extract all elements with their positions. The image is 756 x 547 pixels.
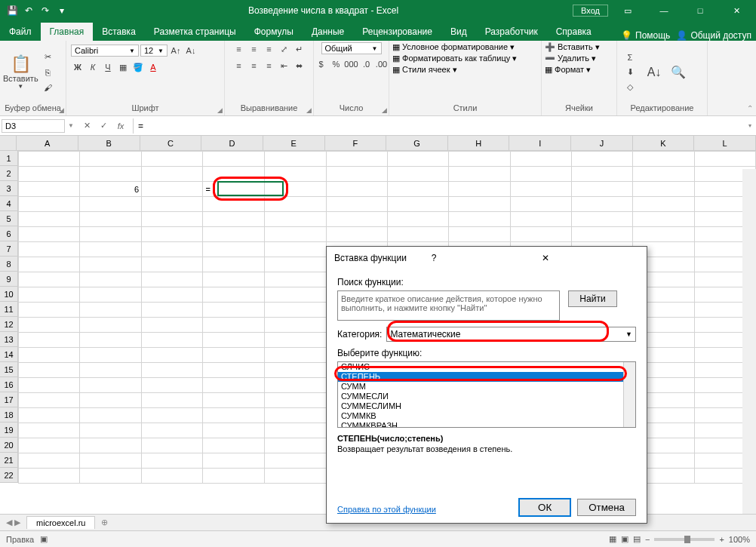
- cell[interactable]: [142, 333, 203, 348]
- zoom-slider[interactable]: [654, 538, 715, 541]
- cell[interactable]: [265, 197, 326, 212]
- cell[interactable]: [571, 212, 632, 227]
- cell[interactable]: [571, 227, 632, 242]
- view-layout-icon[interactable]: ▣: [621, 534, 628, 544]
- cell[interactable]: [203, 348, 265, 363]
- cell[interactable]: [203, 242, 265, 257]
- row-header[interactable]: 19: [0, 423, 18, 438]
- col-header[interactable]: A: [17, 136, 78, 150]
- font-color-icon[interactable]: A: [146, 60, 160, 74]
- cell[interactable]: [265, 438, 326, 453]
- cell[interactable]: [449, 197, 510, 212]
- cell[interactable]: [326, 167, 387, 182]
- row-header[interactable]: 5: [0, 211, 18, 226]
- zoom-out-icon[interactable]: −: [645, 535, 650, 544]
- cell[interactable]: [265, 393, 326, 408]
- cell[interactable]: [142, 152, 203, 167]
- cell[interactable]: [80, 423, 142, 438]
- cell[interactable]: [203, 152, 265, 167]
- cell[interactable]: [265, 318, 326, 333]
- find-button[interactable]: Найти: [568, 290, 616, 307]
- cell[interactable]: [388, 167, 449, 182]
- cell[interactable]: [203, 257, 265, 272]
- row-header[interactable]: 9: [0, 272, 18, 287]
- enter-formula-icon[interactable]: ✓: [97, 118, 112, 134]
- function-list-item[interactable]: СУММ: [338, 382, 635, 392]
- cell[interactable]: [80, 167, 142, 182]
- row-header[interactable]: 21: [0, 453, 18, 468]
- dialog-close-icon[interactable]: ✕: [542, 253, 639, 263]
- redo-icon[interactable]: ↷: [39, 5, 51, 17]
- cell[interactable]: [142, 363, 203, 378]
- cell[interactable]: [80, 348, 142, 363]
- cell[interactable]: [203, 378, 265, 393]
- zoom-in-icon[interactable]: +: [719, 535, 724, 544]
- tab-data[interactable]: Данные: [303, 23, 353, 41]
- cell[interactable]: [326, 182, 387, 197]
- cell[interactable]: [265, 363, 326, 378]
- tab-file[interactable]: Файл: [0, 23, 41, 41]
- cell[interactable]: [265, 242, 326, 257]
- cell[interactable]: [19, 272, 80, 287]
- underline-button[interactable]: Ч: [101, 60, 115, 74]
- view-normal-icon[interactable]: ▦: [609, 534, 616, 544]
- cell[interactable]: [510, 152, 571, 167]
- sheet-tab[interactable]: microexcel.ru: [26, 516, 95, 529]
- cell[interactable]: [449, 212, 510, 227]
- share-button[interactable]: 👤Общий доступ: [676, 30, 751, 41]
- cell[interactable]: [265, 167, 326, 182]
- function-list-item[interactable]: СТЕПЕНЬ: [338, 372, 635, 382]
- sort-filter-icon[interactable]: A↓: [647, 66, 661, 79]
- cell[interactable]: [265, 212, 326, 227]
- row-header[interactable]: 11: [0, 302, 18, 317]
- cell[interactable]: [388, 227, 449, 242]
- cell[interactable]: [80, 393, 142, 408]
- align-center-icon[interactable]: ≡: [247, 59, 261, 72]
- cell[interactable]: [265, 182, 326, 197]
- cell[interactable]: [265, 227, 326, 242]
- fx-icon[interactable]: fx: [113, 118, 128, 134]
- cell[interactable]: [388, 197, 449, 212]
- cell[interactable]: [80, 152, 142, 167]
- cell[interactable]: [19, 469, 80, 484]
- cell[interactable]: [19, 227, 80, 242]
- function-list-item[interactable]: СУММЕСЛИМН: [338, 401, 635, 411]
- cell[interactable]: [80, 318, 142, 333]
- cell[interactable]: [19, 393, 80, 408]
- name-box-dropdown-icon[interactable]: ▼: [66, 122, 75, 129]
- cell[interactable]: [142, 242, 203, 257]
- col-header[interactable]: G: [386, 136, 448, 150]
- cell[interactable]: [80, 227, 142, 242]
- cell[interactable]: [142, 453, 203, 469]
- row-header[interactable]: 17: [0, 392, 18, 407]
- cell[interactable]: [203, 393, 265, 408]
- ribbon-options-icon[interactable]: ▭: [611, 0, 644, 21]
- format-painter-icon[interactable]: 🖌: [41, 81, 55, 94]
- border-icon[interactable]: ▦: [116, 60, 130, 74]
- cell[interactable]: [265, 378, 326, 393]
- function-list[interactable]: СЛЧИССТЕПЕНЬСУММСУММЕСЛИСУММЕСЛИМНСУММКВ…: [337, 361, 636, 428]
- number-format-select[interactable]: Общий▼: [321, 42, 382, 54]
- ok-button[interactable]: ОК: [518, 498, 571, 517]
- delete-cells-button[interactable]: ➖ Удалить ▾: [545, 54, 596, 63]
- cell[interactable]: [19, 212, 80, 227]
- row-header[interactable]: 14: [0, 347, 18, 362]
- cell[interactable]: [19, 167, 80, 182]
- decrease-decimal-icon[interactable]: .00: [375, 57, 389, 71]
- cell[interactable]: [203, 272, 265, 287]
- indent-dec-icon[interactable]: ⇤: [278, 59, 291, 72]
- cell[interactable]: [571, 197, 632, 212]
- cell[interactable]: [203, 167, 265, 182]
- cell[interactable]: [80, 363, 142, 378]
- align-middle-icon[interactable]: ≡: [247, 42, 261, 56]
- row-header[interactable]: 1: [0, 151, 18, 166]
- row-header[interactable]: 10: [0, 287, 18, 302]
- cell[interactable]: [142, 469, 203, 484]
- cell[interactable]: [633, 152, 694, 167]
- cell[interactable]: [633, 227, 694, 242]
- minimize-icon[interactable]: —: [647, 0, 681, 21]
- cell[interactable]: [19, 333, 80, 348]
- cell[interactable]: [203, 287, 265, 303]
- cell[interactable]: [265, 287, 326, 303]
- cell[interactable]: [203, 212, 265, 227]
